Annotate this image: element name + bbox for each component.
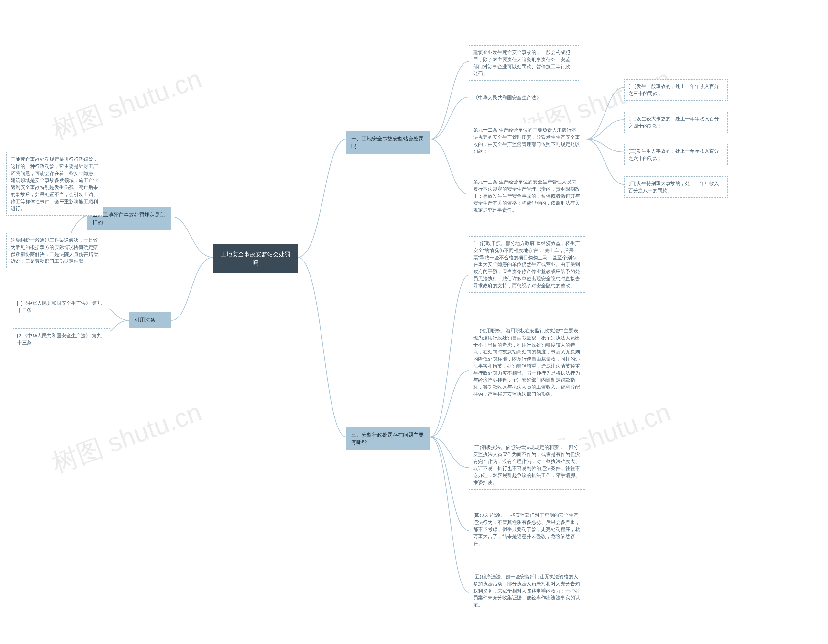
leaf-s1-n1[interactable]: 建筑企业发生死亡安全事故的，一般会构成犯罪，除了对主要责任人追究刑事责任外，安监… xyxy=(469,45,579,80)
leaf-s1-n3[interactable]: 第九十二条 生产经营单位的主要负责人未履行本法规定的安全生产管理职责，导致发生生… xyxy=(469,123,585,158)
leaf-ref-1[interactable]: [1]《中华人民共和国安全生产法》 第九十二条 xyxy=(13,296,110,317)
leaf-s3-n2[interactable]: (二)滥用职权。滥用职权在安监行政执法中主要表现为滥用行政处罚自由裁量权，极个别… xyxy=(469,324,585,401)
leaf-s2-n2[interactable]: 这类纠纷一般通过三种渠道解决，一是较为常见的根据双方的实际情况协商确定赔偿数额协… xyxy=(6,233,104,268)
watermark: 树图 shutu.cn xyxy=(47,395,206,481)
branch-section-1[interactable]: 一、工地安全事故安监站会处罚吗 xyxy=(346,131,430,154)
leaf-s2-n1[interactable]: 工地死亡事故处罚规定是进行行政罚款，这样的一种行政罚款，它主要是针对工厂环境问题… xyxy=(6,152,104,215)
leaf-s3-n4[interactable]: (四)以罚代改。一些安监部门对于查明的安全生产违法行为，不管其性质有多恶劣、后果… xyxy=(469,508,585,550)
leaf-s1-n3c[interactable]: (三)发生重大事故的，处上一年年收入百分之六十的罚款； xyxy=(624,144,728,165)
leaf-s1-n3b[interactable]: (二)发生较大事故的，处上一年年收入百分之四十的罚款； xyxy=(624,112,728,133)
mindmap-canvas: 树图 shutu.cn 树图 shutu.cn 树图 shutu.cn 树图 s… xyxy=(0,0,828,644)
branch-section-3[interactable]: 三、安监行政处罚存在问题主要有哪些 xyxy=(346,427,430,450)
leaf-s3-n5[interactable]: (五)程序违法。如一些安监部门让无执法资格的人参加执法活动；部分执法人员未对相对… xyxy=(469,570,585,612)
leaf-s1-n4[interactable]: 第九十三条 生产经营单位的安全生产管理人员未履行本法规定的安全生产管理职责的，责… xyxy=(469,175,585,217)
watermark: 树图 shutu.cn xyxy=(47,61,206,148)
leaf-s3-n1[interactable]: (一)行政干预。部分地方政府"重经济效益，轻生产安全"的情况仍不同程度地存在，"… xyxy=(469,236,585,292)
leaf-s1-n3d[interactable]: (四)发生特别重大事故的，处上一年年收入百分之八十的罚款。 xyxy=(624,176,728,198)
root-node[interactable]: 工地安全事故安监站会处罚吗 xyxy=(213,244,298,273)
leaf-s1-n2[interactable]: 《中华人民共和国安全生产法》 xyxy=(469,91,566,105)
leaf-s3-n3[interactable]: (三)消极执法。依照法律法规规定的职责，一部分安监执法人员应作为而不作为，或者是… xyxy=(469,440,585,490)
leaf-s1-n3a[interactable]: (一)发生一般事故的，处上一年年收入百分之三十的罚款； xyxy=(624,79,728,101)
leaf-ref-2[interactable]: [2]《中华人民共和国安全生产法》 第九十三条 xyxy=(13,328,110,350)
branch-references[interactable]: 引用法条 xyxy=(129,312,171,328)
